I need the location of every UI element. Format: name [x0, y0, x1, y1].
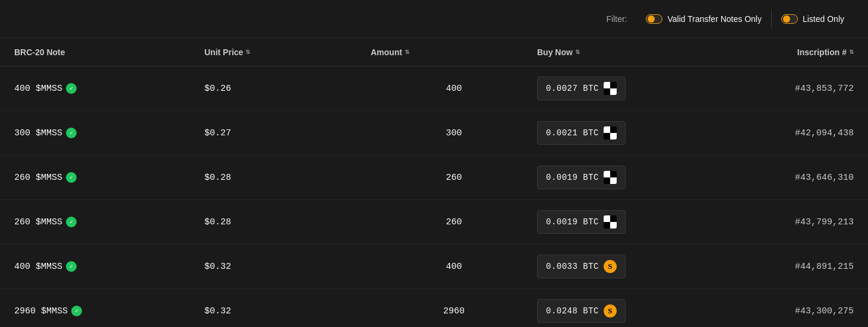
table-row: 400 $MMSS ✓ $0.32400 0.0033 BTC S #44,89… — [0, 245, 868, 289]
cell-amount-3: 260 — [371, 217, 537, 227]
inscription-value-0: #43,853,772 — [795, 84, 854, 94]
cell-price-3: $0.28 — [204, 217, 371, 227]
cell-inscription-2: #43,646,310 — [703, 173, 854, 183]
verified-icon-0: ✓ — [66, 83, 77, 94]
inscription-sort-icon[interactable]: ⇅ — [849, 49, 854, 55]
verified-icon-4: ✓ — [66, 261, 77, 272]
inscription-value-5: #43,300,275 — [795, 306, 854, 316]
cell-buy-5[interactable]: 0.0248 BTC S — [537, 299, 703, 323]
unit-price-sort-icon[interactable]: ⇅ — [245, 49, 250, 55]
table-row: 300 $MMSS ✓ $0.27300 0.0021 BTC #42,094,… — [0, 111, 868, 155]
note-text-1: 300 $MMSS — [14, 128, 62, 138]
col-header-brc20-note: BRC-20 Note — [14, 47, 204, 57]
verified-icon-3: ✓ — [66, 217, 77, 227]
valid-transfer-toggle-dot — [648, 15, 655, 23]
note-text-4: 400 $MMSS — [14, 262, 62, 272]
buy-now-sort-icon[interactable]: ⇅ — [575, 49, 580, 55]
cell-inscription-1: #42,094,438 — [703, 128, 854, 138]
cell-buy-2[interactable]: 0.0019 BTC — [537, 166, 703, 189]
col-header-amount[interactable]: Amount ⇅ — [371, 47, 537, 57]
table-row: 260 $MMSS ✓ $0.28260 0.0019 BTC #43,646,… — [0, 155, 868, 200]
cell-inscription-4: #44,891,215 — [703, 262, 854, 272]
cell-note-1: 300 $MMSS ✓ — [14, 128, 204, 138]
buy-button-2[interactable]: 0.0019 BTC — [537, 166, 626, 189]
inscription-value-2: #43,646,310 — [795, 173, 854, 183]
col-header-inscription[interactable]: Inscription # ⇅ — [703, 47, 854, 57]
table-row: 400 $MMSS ✓ $0.26400 0.0027 BTC #43,853,… — [0, 66, 868, 111]
cell-amount-1: 300 — [371, 128, 537, 138]
listed-only-toggle-icon[interactable] — [781, 14, 798, 24]
cell-price-0: $0.26 — [204, 84, 371, 94]
amount-value-3: 260 — [446, 217, 462, 227]
valid-transfer-toggle-icon[interactable] — [646, 14, 662, 24]
amount-value-4: 400 — [446, 262, 462, 272]
note-text-0: 400 $MMSS — [14, 84, 62, 94]
unit-price-value-1: $0.27 — [204, 128, 231, 138]
table-header: BRC-20 Note Unit Price ⇅ Amount ⇅ Buy No… — [0, 38, 868, 66]
unit-price-value-0: $0.26 — [204, 84, 231, 94]
cell-buy-1[interactable]: 0.0021 BTC — [537, 121, 703, 145]
note-text-5: 2960 $MMSS — [14, 306, 68, 316]
note-text-3: 260 $MMSS — [14, 217, 62, 227]
verified-icon-2: ✓ — [66, 172, 77, 183]
cell-amount-0: 400 — [371, 84, 537, 94]
cell-buy-0[interactable]: 0.0027 BTC — [537, 77, 703, 100]
buy-button-5[interactable]: 0.0248 BTC S — [537, 299, 626, 323]
checker-icon-2 — [604, 171, 617, 184]
buy-now-value-3: 0.0019 BTC — [546, 217, 599, 227]
verified-icon-5: ✓ — [71, 306, 82, 316]
cell-price-5: $0.32 — [204, 306, 371, 316]
s-icon-4: S — [604, 260, 617, 273]
amount-value-0: 400 — [446, 84, 462, 94]
valid-transfer-toggle-label: Valid Transfer Notes Only — [667, 14, 761, 24]
table-row: 2960 $MMSS ✓ $0.322960 0.0248 BTC S #43,… — [0, 289, 868, 327]
unit-price-value-4: $0.32 — [204, 262, 231, 272]
cell-price-4: $0.32 — [204, 262, 371, 272]
buy-now-value-5: 0.0248 BTC — [546, 306, 599, 316]
verified-icon-1: ✓ — [66, 128, 77, 138]
inscription-value-3: #43,799,213 — [795, 217, 854, 227]
filter-listed-only-toggle[interactable]: Listed Only — [771, 9, 854, 28]
inscription-value-1: #42,094,438 — [795, 128, 854, 138]
buy-now-value-2: 0.0019 BTC — [546, 173, 599, 182]
amount-sort-icon[interactable]: ⇅ — [405, 49, 409, 55]
cell-amount-4: 400 — [371, 262, 537, 272]
buy-now-value-4: 0.0033 BTC — [546, 262, 599, 271]
cell-amount-5: 2960 — [371, 306, 537, 316]
cell-inscription-0: #43,853,772 — [703, 84, 854, 94]
cell-note-2: 260 $MMSS ✓ — [14, 172, 204, 183]
amount-value-2: 260 — [446, 173, 462, 183]
s-icon-5: S — [604, 304, 617, 318]
col-header-unit-price[interactable]: Unit Price ⇅ — [204, 47, 371, 57]
cell-inscription-3: #43,799,213 — [703, 217, 854, 227]
buy-button-0[interactable]: 0.0027 BTC — [537, 77, 626, 100]
amount-value-5: 2960 — [443, 306, 465, 316]
cell-note-5: 2960 $MMSS ✓ — [14, 306, 204, 316]
cell-price-1: $0.27 — [204, 128, 371, 138]
col-header-buy-now[interactable]: Buy Now ⇅ — [537, 47, 703, 57]
inscription-value-4: #44,891,215 — [795, 262, 854, 272]
cell-price-2: $0.28 — [204, 173, 371, 183]
buy-button-4[interactable]: 0.0033 BTC S — [537, 255, 626, 278]
buy-button-3[interactable]: 0.0019 BTC — [537, 210, 626, 234]
unit-price-value-5: $0.32 — [204, 306, 231, 316]
cell-note-3: 260 $MMSS ✓ — [14, 217, 204, 227]
cell-inscription-5: #43,300,275 — [703, 306, 854, 316]
buy-now-value-1: 0.0021 BTC — [546, 128, 599, 138]
listed-only-toggle-dot — [783, 15, 790, 23]
checker-icon-0 — [604, 82, 617, 95]
cell-amount-2: 260 — [371, 173, 537, 183]
filter-valid-transfer-toggle[interactable]: Valid Transfer Notes Only — [636, 9, 771, 28]
buy-button-1[interactable]: 0.0021 BTC — [537, 121, 626, 145]
listed-only-toggle-label: Listed Only — [803, 14, 844, 24]
cell-note-0: 400 $MMSS ✓ — [14, 83, 204, 94]
cell-buy-4[interactable]: 0.0033 BTC S — [537, 255, 703, 278]
checker-icon-3 — [604, 215, 617, 228]
checker-icon-1 — [604, 126, 617, 139]
note-text-2: 260 $MMSS — [14, 173, 62, 183]
buy-now-value-0: 0.0027 BTC — [546, 84, 599, 93]
cell-buy-3[interactable]: 0.0019 BTC — [537, 210, 703, 234]
amount-value-1: 300 — [446, 128, 462, 138]
unit-price-value-2: $0.28 — [204, 173, 231, 183]
table-row: 260 $MMSS ✓ $0.28260 0.0019 BTC #43,799,… — [0, 200, 868, 245]
